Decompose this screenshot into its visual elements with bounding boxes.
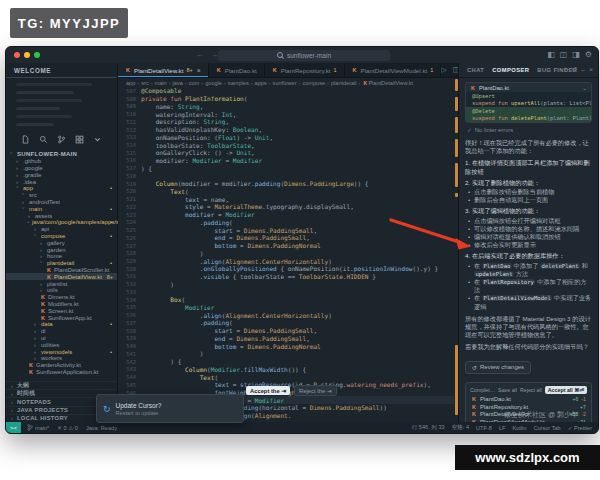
tree-item[interactable]: ›data• (6, 321, 117, 328)
tree-caret-icon[interactable]: › (34, 355, 39, 361)
tree-item[interactable]: KGardenActivity.kt (6, 362, 117, 369)
save-all-button[interactable]: Save all (498, 387, 517, 393)
tree-caret-icon[interactable]: › (28, 213, 33, 219)
tree-item[interactable]: ›viewmodels• (6, 348, 117, 355)
assistant-tab-composer[interactable]: COMPOSER (492, 67, 529, 73)
breadcrumb-item[interactable]: java (173, 80, 183, 86)
tree-item[interactable]: ›plantdetail• (6, 260, 117, 267)
tree-item[interactable]: ›utils (6, 287, 117, 294)
history-forward-icon[interactable]: → (210, 50, 218, 59)
breadcrumb-item[interactable]: src (141, 80, 148, 86)
tree-caret-icon[interactable]: › (34, 226, 39, 232)
tree-item[interactable]: ›.idea (6, 178, 117, 185)
close-panel-icon[interactable]: × (589, 66, 593, 74)
status-item[interactable]: Cursor Tab (533, 425, 560, 431)
breadcrumb-item[interactable]: main (155, 80, 167, 86)
remote-indicator[interactable]: >< (6, 422, 21, 433)
tree-caret-icon[interactable]: › (15, 186, 21, 191)
minimize-panel-icon[interactable]: – (581, 66, 585, 74)
tree-item[interactable]: ›di (6, 328, 117, 335)
status-item[interactable]: Kotlin (512, 425, 526, 431)
tree-item[interactable]: ›ui (6, 335, 117, 342)
tree-caret-icon[interactable]: › (34, 321, 39, 327)
tree-caret-icon[interactable]: › (9, 152, 15, 157)
tree-caret-icon[interactable]: › (40, 240, 45, 246)
tree-item[interactable]: KSunflowerApplication.kt (6, 369, 117, 376)
tree-item[interactable]: KModifiers.kt (6, 301, 117, 308)
run-icon[interactable]: ▷ (441, 66, 446, 74)
changed-file-row[interactable]: KPlantDao.kt+6-1 (469, 396, 588, 403)
tree-item[interactable]: ›api (6, 226, 117, 233)
tree-item[interactable]: ›plantlist (6, 280, 117, 287)
tree-item[interactable]: ›java/com/google/samples/apps/sunflo…• (6, 219, 117, 226)
sidebar-section--[interactable]: ›大纲 (6, 381, 117, 389)
tree-caret-icon[interactable]: › (39, 261, 45, 266)
tree-item[interactable]: ›utilities (6, 341, 117, 348)
toggle-sidebar-icon[interactable]: ◧ (547, 50, 555, 60)
reject-suggestion-button[interactable]: Reject the ⇥ (294, 385, 337, 396)
tree-caret-icon[interactable]: › (16, 165, 21, 171)
editor-tab[interactable]: KPlantDao.kt (209, 63, 265, 77)
tree-item[interactable]: KPlantDetailView.kt8+ (6, 273, 117, 280)
review-changes-button[interactable]: ↺ Review changes (465, 361, 531, 374)
collapse-diff-icon[interactable]: ⌄ (582, 85, 587, 91)
tree-item[interactable]: ›assets (6, 212, 117, 219)
tree-item[interactable]: ›home (6, 253, 117, 260)
update-notification[interactable]: ↻ Update Cursor? Restart to update (96, 394, 244, 423)
assistant-tab-chat[interactable]: CHAT (467, 67, 484, 73)
tree-item[interactable]: ›.google (6, 165, 117, 172)
new-file-icon[interactable] (21, 135, 30, 144)
chevron-down-icon[interactable] (93, 135, 102, 144)
extensions-icon[interactable] (75, 135, 84, 144)
editor-tab[interactable]: KPlantRepository.kt1 (265, 63, 345, 77)
breadcrumb-item[interactable]: app (126, 80, 135, 86)
settings-gear-icon[interactable]: ⚙ (585, 50, 592, 60)
tree-item[interactable]: KDimens.kt (6, 294, 117, 301)
tree-item[interactable]: ›main• (6, 205, 117, 212)
tree-item[interactable]: ›gallery (6, 239, 117, 246)
status-item[interactable]: Java: Ready (86, 425, 117, 431)
tree-caret-icon[interactable]: › (34, 349, 39, 355)
tree-item[interactable]: ›.github (6, 158, 117, 165)
tree-item[interactable]: ›compose• (6, 233, 117, 240)
status-item[interactable]: 空格: 4 (452, 424, 469, 432)
toggle-rightbar-icon[interactable]: ◨ (572, 50, 580, 60)
tree-item[interactable]: KScreen.kt (6, 307, 117, 314)
tree-item[interactable]: KSunflowerApp.kt (6, 314, 117, 321)
new-chat-icon[interactable]: + (563, 66, 567, 74)
breadcrumb-item[interactable]: KPlantDetailView.kt (362, 80, 413, 86)
status-item[interactable]: ✓ Prettier (568, 425, 592, 431)
close-window-button[interactable] (14, 52, 20, 58)
search-files-icon[interactable] (39, 135, 48, 144)
status-item[interactable]: ✕ 0 ⚠ 0 (57, 425, 78, 431)
tree-item[interactable]: ›src (6, 192, 117, 199)
status-item[interactable]: LF (499, 425, 506, 431)
status-item[interactable]: main* (27, 424, 49, 432)
tree-caret-icon[interactable]: › (34, 342, 39, 348)
tree-caret-icon[interactable]: › (16, 158, 21, 164)
tree-item[interactable]: ›garden (6, 246, 117, 253)
breadcrumb-item[interactable]: samples (228, 80, 249, 86)
editor-tab[interactable]: KPlantDetailView.kt8+× (118, 63, 209, 77)
breadcrumb-item[interactable]: plantdetail (331, 80, 357, 86)
project-search-box[interactable]: sunflower-main (218, 50, 390, 61)
tree-caret-icon[interactable]: › (40, 247, 45, 253)
reject-all-button[interactable]: Reject all (520, 387, 542, 393)
tree-caret-icon[interactable]: › (21, 207, 27, 212)
tree-caret-icon[interactable]: › (21, 193, 27, 198)
tree-caret-icon[interactable]: › (40, 287, 45, 293)
diff-card[interactable]: K PlantDao.kt ⌄ @Upsertsuspend fun upser… (465, 82, 592, 123)
tree-caret-icon[interactable]: › (40, 281, 45, 287)
tree-item[interactable]: KPlantDetailScroller.kt (6, 267, 117, 274)
tree-caret-icon[interactable]: › (40, 253, 45, 259)
tree-caret-icon[interactable]: › (34, 328, 39, 334)
zoom-window-button[interactable] (34, 52, 40, 58)
breadcrumb-item[interactable]: sunflower (273, 80, 297, 86)
traffic-lights[interactable] (14, 52, 40, 58)
accept-all-button[interactable]: Accept all ⌘⏎ (545, 386, 587, 394)
breadcrumb-item[interactable]: compose (302, 80, 325, 86)
tree-caret-icon[interactable]: › (22, 199, 27, 205)
status-item[interactable]: UTF-8 (476, 425, 492, 431)
minimize-window-button[interactable] (24, 52, 30, 58)
accept-suggestion-button[interactable]: Accept the ⇥ (246, 386, 290, 395)
